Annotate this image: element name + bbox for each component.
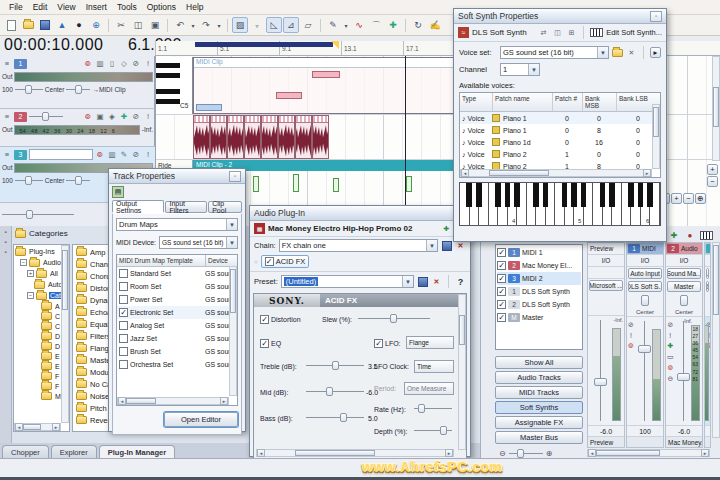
- tab-chopper[interactable]: Chopper: [2, 445, 49, 458]
- table-vscrollbar[interactable]: [652, 104, 660, 169]
- chevron-down-icon[interactable]: ▼: [402, 276, 413, 287]
- mixer-track-list[interactable]: 1MIDI 1 2Mac Money El... 3MIDI 2 1DLS So…: [495, 244, 583, 350]
- paint-tool-icon[interactable]: ⊿: [283, 17, 299, 33]
- playhead-cursor[interactable]: [405, 56, 406, 226]
- menu-edit[interactable]: Edit: [28, 1, 53, 13]
- arm-record-icon[interactable]: ⊚: [95, 150, 105, 160]
- strip-name[interactable]: Mac Money...: [666, 436, 702, 447]
- redo-icon[interactable]: ↷: [198, 17, 214, 33]
- new-icon[interactable]: [3, 17, 19, 33]
- master-bus-button[interactable]: Master Bus: [495, 431, 583, 444]
- visible-checkbox[interactable]: [497, 300, 506, 309]
- mixer-strip-midi[interactable]: 1MIDI I/O Auto Input DLS Soft S... Cente…: [626, 242, 664, 448]
- voice-row[interactable]: ♪ VoicePiano 1000: [460, 112, 660, 124]
- audio-clip[interactable]: [278, 115, 295, 159]
- drum-note[interactable]: [253, 176, 259, 192]
- mid-slider[interactable]: [306, 386, 364, 397]
- split-tool-icon[interactable]: ✚: [385, 17, 401, 33]
- bass-slider[interactable]: [306, 412, 364, 423]
- phase-icon[interactable]: ⊖: [667, 375, 673, 383]
- voice-set-combo[interactable]: GS sound set (16 bit)▼: [500, 46, 609, 59]
- show-all-button[interactable]: Show All: [495, 356, 583, 369]
- delete-preset-icon[interactable]: ✕: [431, 276, 442, 287]
- strip-name[interactable]: Preview: [588, 436, 624, 447]
- undo-arrow-icon[interactable]: ▾: [189, 17, 197, 33]
- track-name-field[interactable]: [29, 149, 93, 160]
- solo-icon[interactable]: !: [143, 112, 153, 122]
- soft-synth-keyboard-icon[interactable]: [700, 229, 712, 241]
- drum-map-row[interactable]: Jazz SetGS sound set: [117, 332, 237, 345]
- piano-black-key[interactable]: [600, 183, 606, 207]
- col-bank-msb[interactable]: Bank MSB: [582, 93, 616, 111]
- mixer-strip-preview[interactable]: Preview I/O Microsoft ... -Inf. -6.0 Pre…: [587, 242, 625, 448]
- freeze-icon[interactable]: ▥: [95, 59, 105, 69]
- strip-io[interactable]: I/O: [666, 255, 702, 267]
- copy-icon[interactable]: ◫: [130, 17, 146, 33]
- strip-io[interactable]: I/O: [588, 255, 624, 267]
- save-chain-icon[interactable]: [441, 240, 452, 251]
- drum-map-row[interactable]: Electronic SetGS sound set: [117, 306, 237, 319]
- mixer-list-item[interactable]: 2DLS Soft Synth: [497, 298, 581, 311]
- strip-device-button[interactable]: Master: [667, 281, 701, 292]
- midi-tracks-button[interactable]: MIDI Tracks: [495, 386, 583, 399]
- mute-icon[interactable]: ⊘: [628, 321, 634, 329]
- strip-input-button[interactable]: Sound Ma...: [667, 268, 701, 279]
- drum-map-list[interactable]: MIDI Drum Map TemplateDevice Standard Se…: [116, 254, 238, 406]
- tab-input-filters[interactable]: Input Filters: [165, 201, 207, 213]
- search-icon[interactable]: ⊕: [88, 17, 104, 33]
- strip-input-button[interactable]: Auto Input: [628, 268, 662, 279]
- mixer-list-item[interactable]: MMaster: [497, 311, 581, 324]
- audio-tracks-button[interactable]: Audio Tracks: [495, 371, 583, 384]
- tab-explorer[interactable]: Explorer: [51, 445, 97, 458]
- midi-note[interactable]: [276, 92, 302, 99]
- acid-fx-chip[interactable]: ACID FX: [261, 255, 310, 268]
- fx-icon[interactable]: ▯: [107, 59, 117, 69]
- anchor-tool-icon[interactable]: ⌒: [368, 17, 384, 33]
- remove-voice-set-icon[interactable]: ✕: [626, 47, 637, 58]
- window-titlebar[interactable]: Soft Synth Properties▫: [454, 9, 666, 24]
- envelope-tool-icon[interactable]: ▿: [249, 17, 265, 33]
- drum-map-row[interactable]: Brush SetGS sound set: [117, 345, 237, 358]
- pan-slider[interactable]: [66, 175, 90, 186]
- publish-icon[interactable]: ●: [71, 17, 87, 33]
- piano-black-key[interactable]: [533, 183, 539, 207]
- preset-combo[interactable]: (Untitled)▼: [281, 275, 414, 288]
- column-template[interactable]: MIDI Drum Map Template: [117, 255, 205, 266]
- col-type[interactable]: Type: [460, 93, 492, 111]
- zoom-in-time-icon[interactable]: +: [671, 193, 682, 204]
- drum-map-checkbox[interactable]: [119, 282, 128, 291]
- save-icon[interactable]: [37, 17, 53, 33]
- window-titlebar[interactable]: Audio Plug-In▫: [250, 206, 470, 221]
- redo-arrow-icon[interactable]: ▾: [215, 17, 223, 33]
- strip-header[interactable]: Audio: [681, 245, 698, 252]
- erase-tool-icon[interactable]: ▱: [300, 17, 316, 33]
- pan-knob[interactable]: [680, 295, 688, 306]
- voice-row[interactable]: ♪ VoicePiano 1080: [460, 124, 660, 136]
- drum-map-checkbox[interactable]: [119, 321, 128, 330]
- mixer-list-item[interactable]: 1DLS Soft Synth: [497, 285, 581, 298]
- insert-assignable-fx-icon[interactable]: ✚: [668, 229, 680, 241]
- midi-note[interactable]: [196, 104, 222, 111]
- drum-map-checkbox[interactable]: [119, 269, 128, 278]
- drum-note[interactable]: [333, 178, 339, 192]
- mixer-list-item[interactable]: 1MIDI 1: [497, 246, 581, 259]
- drum-map-row[interactable]: Power SetGS sound set: [117, 293, 237, 306]
- strip-header[interactable]: Preview: [588, 243, 624, 255]
- insert-soft-synth-icon[interactable]: ●: [684, 229, 696, 241]
- piano-black-key[interactable]: [466, 183, 472, 207]
- piano-black-key[interactable]: [495, 183, 501, 207]
- undo-icon[interactable]: ↶: [172, 17, 188, 33]
- fader-value[interactable]: 100: [627, 425, 663, 436]
- strip-input-button[interactable]: A...: [706, 268, 709, 279]
- fx-chain-icon[interactable]: ▭: [667, 353, 674, 361]
- piano-black-key[interactable]: [638, 183, 644, 207]
- chevron-down-icon[interactable]: ▼: [597, 47, 608, 58]
- strip-device-button[interactable]: DLS...: [706, 281, 709, 292]
- pan-slider[interactable]: [66, 84, 90, 95]
- zoom-tool-icon[interactable]: ⊕: [695, 193, 706, 204]
- mixer-strip-audio[interactable]: 2Audio I/O Sound Ma... Master Center -In…: [665, 242, 703, 448]
- pan-knob[interactable]: [641, 295, 649, 306]
- drum-note[interactable]: [293, 174, 299, 192]
- distortion-checkbox[interactable]: [260, 315, 269, 324]
- piano-black-key[interactable]: [571, 183, 577, 207]
